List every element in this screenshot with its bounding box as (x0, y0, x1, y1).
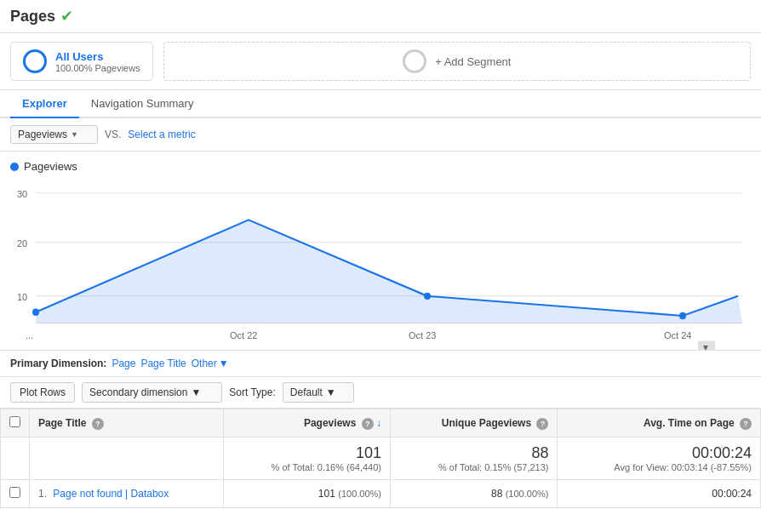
tabs-bar: Explorer Navigation Summary (0, 90, 761, 118)
svg-text:Oct 23: Oct 23 (409, 330, 436, 340)
segments-bar: All Users 100.00% Pageviews + Add Segmen… (0, 33, 761, 90)
table-header-row: Page Title ? Pageviews ? ↓ Unique Pagevi… (1, 409, 761, 438)
sort-arrow: ▼ (326, 386, 336, 398)
secondary-dimension-label: Secondary dimension (89, 386, 187, 398)
all-users-segment[interactable]: All Users 100.00% Pageviews (10, 42, 153, 81)
metric-label: Pageviews (18, 129, 67, 140)
page-title: Pages (10, 8, 55, 26)
segment-circle (23, 49, 47, 73)
page-title-dimension-link[interactable]: Page Title (140, 358, 186, 369)
metric-bar: Pageviews ▼ VS. Select a metric (0, 118, 761, 152)
totals-unique-value: 88 (399, 444, 548, 462)
data-table: Page Title ? Pageviews ? ↓ Unique Pagevi… (0, 409, 761, 508)
row-avg-time-cell: 00:00:24 (558, 480, 761, 508)
row-unique-pct: (100.00%) (506, 489, 549, 499)
secondary-dimension-dropdown[interactable]: Secondary dimension ▼ (82, 382, 222, 403)
svg-marker-7 (36, 220, 742, 323)
row-unique-cell: 88 (100.00%) (391, 480, 558, 508)
other-arrow: ▼ (219, 358, 229, 369)
totals-unique-sub: % of Total: 0.15% (57,213) (399, 462, 548, 472)
col-avg-time: Avg. Time on Page ? (558, 409, 761, 438)
other-label: Other (192, 358, 217, 369)
svg-text:10: 10 (17, 292, 27, 302)
chart-legend: Pageviews (10, 160, 751, 173)
row-pageviews-value: 101 (318, 488, 335, 500)
pageviews-help-icon[interactable]: ? (362, 418, 374, 430)
plot-rows-button[interactable]: Plot Rows (10, 382, 75, 403)
tab-explorer[interactable]: Explorer (10, 90, 79, 118)
col-pageviews: Pageviews ? ↓ (223, 409, 390, 438)
pageviews-sort-arrow[interactable]: ↓ (376, 417, 381, 429)
select-all-checkbox[interactable] (9, 416, 20, 427)
col-page-title-label: Page Title (38, 417, 86, 429)
page-title-help-icon[interactable]: ? (92, 418, 104, 430)
dimension-bar: Primary Dimension: Page Page Title Other… (0, 351, 761, 377)
svg-point-10 (679, 312, 686, 319)
svg-point-8 (32, 309, 39, 316)
row-title-cell: 1. Page not found | Databox (30, 480, 224, 508)
chart-area: Pageviews 30 20 10 ... Oct 22 Oct 23 (0, 152, 761, 351)
chart-svg: 30 20 10 ... Oct 22 Oct 23 Oct 24 ▼ (10, 180, 751, 350)
tab-navigation-summary[interactable]: Navigation Summary (79, 90, 206, 118)
segment-name: All Users (55, 50, 140, 63)
totals-avg-time-cell: 00:00:24 Avg for View: 00:03:14 (-87.55%… (558, 438, 761, 480)
totals-pageviews-cell: 101 % of Total: 0.16% (64,440) (223, 438, 390, 480)
totals-avg-time-value: 00:00:24 (566, 444, 752, 462)
totals-avg-time-sub: Avg for View: 00:03:14 (-87.55%) (566, 462, 752, 472)
col-page-title: Page Title ? (30, 409, 224, 438)
add-segment-box[interactable]: + Add Segment (163, 42, 751, 81)
other-dimension-dropdown[interactable]: Other ▼ (192, 358, 229, 369)
col-avg-time-label: Avg. Time on Page (644, 417, 735, 429)
sort-default-label: Default (290, 386, 323, 398)
svg-text:Oct 24: Oct 24 (664, 330, 691, 340)
svg-text:20: 20 (17, 238, 27, 249)
segment-info: All Users 100.00% Pageviews (55, 50, 140, 73)
page-dimension-link[interactable]: Page (112, 358, 135, 369)
sort-type-label: Sort Type: (229, 386, 275, 398)
svg-text:Oct 22: Oct 22 (230, 330, 257, 340)
dropdown-arrow: ▼ (71, 130, 78, 139)
row-num: 1. (38, 488, 47, 500)
metric-dropdown[interactable]: Pageviews ▼ (10, 125, 98, 144)
col-unique-pageviews: Unique Pageviews ? (391, 409, 558, 438)
add-segment-circle (403, 49, 426, 73)
row-unique-value: 88 (491, 488, 502, 500)
add-segment-label: + Add Segment (435, 55, 511, 68)
vs-label: VS. (105, 129, 121, 140)
col-pageviews-label: Pageviews (304, 417, 356, 429)
row-pageviews-cell: 101 (100.00%) (223, 480, 390, 508)
actions-bar: Plot Rows Secondary dimension ▼ Sort Typ… (0, 377, 761, 409)
primary-dimension-label: Primary Dimension: (10, 358, 106, 369)
totals-pageviews-sub: % of Total: 0.16% (64,440) (232, 462, 381, 472)
legend-dot (10, 163, 19, 171)
unique-help-icon[interactable]: ? (536, 418, 548, 430)
table-row: 1. Page not found | Databox 101 (100.00%… (1, 480, 761, 508)
check-icon: ✔ (60, 7, 73, 26)
legend-label: Pageviews (24, 160, 77, 173)
totals-pageviews-value: 101 (232, 444, 381, 462)
row-title-link[interactable]: Page not found | Databox (53, 488, 169, 500)
svg-text:30: 30 (17, 189, 27, 199)
svg-text:▼: ▼ (701, 343, 710, 350)
avg-time-help-icon[interactable]: ? (740, 418, 752, 430)
segment-sub: 100.00% Pageviews (55, 63, 140, 73)
svg-text:...: ... (26, 330, 33, 340)
totals-unique-cell: 88 % of Total: 0.15% (57,213) (391, 438, 558, 480)
select-all-checkbox-cell[interactable] (1, 409, 30, 438)
totals-checkbox-cell (1, 438, 30, 480)
select-metric-link[interactable]: Select a metric (128, 129, 195, 140)
sec-dim-arrow: ▼ (191, 386, 201, 398)
totals-title-cell (30, 438, 224, 480)
row-checkbox-cell[interactable] (1, 480, 30, 508)
totals-row: 101 % of Total: 0.16% (64,440) 88 % of T… (1, 438, 761, 480)
sort-type-dropdown[interactable]: Default ▼ (283, 382, 354, 403)
col-unique-label: Unique Pageviews (442, 417, 531, 429)
page-header: Pages ✔ (0, 0, 761, 33)
row-pageviews-pct: (100.00%) (338, 489, 381, 499)
row-checkbox[interactable] (9, 487, 20, 498)
row-avg-time-value: 00:00:24 (712, 488, 752, 500)
chart-container: 30 20 10 ... Oct 22 Oct 23 Oct 24 ▼ (10, 180, 751, 350)
svg-point-9 (424, 293, 431, 300)
